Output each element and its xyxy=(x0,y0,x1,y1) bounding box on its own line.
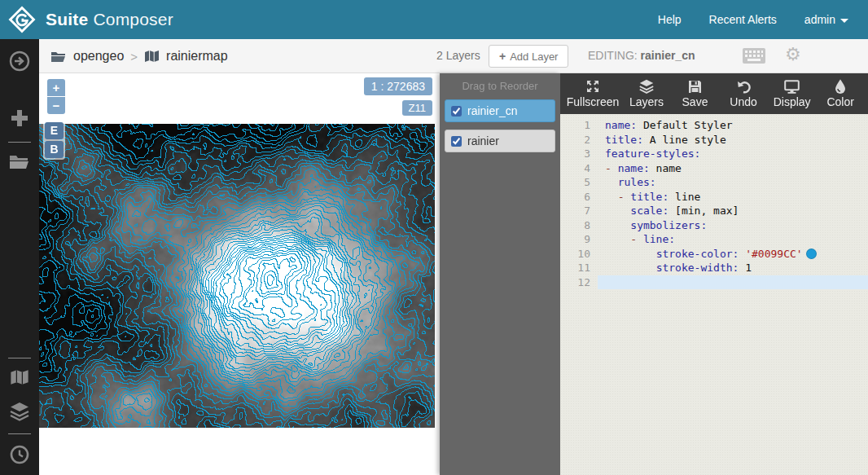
boundless-logo-icon[interactable] xyxy=(8,6,36,33)
line-number: 3 xyxy=(560,147,590,161)
editor-code[interactable]: name: Default Stylertitle: A line stylef… xyxy=(598,118,868,475)
admin-menu-label: admin xyxy=(804,13,835,26)
code-line[interactable]: stroke-color: '#0099CC' xyxy=(598,247,868,262)
breadcrumb-map[interactable]: rainiermap xyxy=(166,49,228,64)
layers-label: Layers xyxy=(629,95,664,108)
map-panel: + − 1 : 272683 Z11 E B xyxy=(39,73,440,475)
sidebar-divider xyxy=(8,142,31,143)
breadcrumb-separator: > xyxy=(130,50,138,64)
add-layer-label: Add Layer xyxy=(510,51,558,63)
layer-item[interactable]: rainier_cn xyxy=(445,99,555,122)
go-arrow-icon[interactable] xyxy=(0,49,39,73)
drag-to-reorder-label: Drag to Reorder xyxy=(440,73,560,99)
code-line[interactable]: - line: xyxy=(598,232,868,247)
line-number: 8 xyxy=(560,218,590,233)
layer-visibility-checkbox[interactable] xyxy=(451,106,462,117)
sidebar-divider xyxy=(8,433,31,434)
display-monitor-icon xyxy=(784,80,800,94)
edit-mode-button[interactable]: E xyxy=(45,122,64,139)
fullscreen-label: Fullscreen xyxy=(567,95,620,108)
sidebar-divider xyxy=(8,358,31,358)
recent-alerts-link[interactable]: Recent Alerts xyxy=(709,13,777,26)
map-icon xyxy=(144,50,160,63)
color-label: Color xyxy=(826,95,853,108)
left-sidebar xyxy=(0,39,39,475)
undo-button[interactable]: Undo xyxy=(722,80,765,108)
app-title-light: Composer xyxy=(93,10,173,29)
admin-menu[interactable]: admin xyxy=(804,13,848,26)
layer-name: rainier xyxy=(467,134,499,147)
editor-gutter: 123456789101112 xyxy=(560,118,598,475)
save-icon xyxy=(688,80,702,94)
app-header: Suite Composer Help Recent Alerts admin xyxy=(0,0,868,39)
breadcrumb-workspace[interactable]: opengeo xyxy=(73,49,124,64)
header-nav: Help Recent Alerts admin xyxy=(658,13,848,26)
layer-visibility-checkbox[interactable] xyxy=(451,136,462,147)
line-number: 12 xyxy=(560,275,590,290)
maps-nav-icon[interactable] xyxy=(0,365,39,389)
line-number: 1 xyxy=(560,118,590,133)
code-line[interactable] xyxy=(598,275,868,290)
style-panel: Fullscreen Layers Save xyxy=(560,73,868,475)
yaml-style-editor[interactable]: 123456789101112 name: Default Stylertitl… xyxy=(560,114,868,475)
code-line[interactable]: stroke-width: 1 xyxy=(598,261,868,275)
code-line[interactable]: - name: name xyxy=(598,161,868,176)
style-toolbar: Fullscreen Layers Save xyxy=(560,73,868,114)
layer-item[interactable]: rainier xyxy=(445,130,555,152)
folder-icon xyxy=(50,50,67,63)
app-title: Suite Composer xyxy=(46,10,173,29)
save-button[interactable]: Save xyxy=(674,80,717,108)
code-line[interactable]: scale: [min, max] xyxy=(598,204,868,218)
save-label: Save xyxy=(682,95,708,108)
fullscreen-icon xyxy=(585,79,600,94)
history-clock-icon[interactable] xyxy=(0,442,39,467)
add-plus-icon[interactable] xyxy=(0,106,39,130)
line-number: 2 xyxy=(560,133,590,147)
line-number: 10 xyxy=(560,247,590,262)
code-line[interactable]: title: A line style xyxy=(598,133,868,147)
map-canvas[interactable] xyxy=(39,124,435,428)
code-line[interactable]: name: Default Styler xyxy=(598,118,868,133)
code-line[interactable]: feature-styles: xyxy=(598,147,868,161)
display-button[interactable]: Display xyxy=(771,80,813,108)
settings-gear-icon[interactable]: ⚙ xyxy=(785,46,801,64)
suite-composer-app: Suite Composer Help Recent Alerts admin … xyxy=(0,0,868,475)
line-number: 6 xyxy=(560,190,590,205)
undo-icon xyxy=(736,80,751,94)
zoom-in-button[interactable]: + xyxy=(47,79,65,96)
chevron-down-icon xyxy=(840,19,848,23)
line-number: 7 xyxy=(560,204,590,218)
color-droplet-icon xyxy=(835,79,846,94)
line-number: 9 xyxy=(560,232,590,247)
layer-name: rainier_cn xyxy=(467,104,517,117)
open-folder-icon[interactable] xyxy=(0,149,39,174)
layers-panel: Drag to Reorder rainier_cnrainier xyxy=(440,73,560,475)
line-number: 11 xyxy=(560,261,590,275)
layers-nav-icon[interactable] xyxy=(0,399,39,424)
zoom-level-badge: Z11 xyxy=(402,100,432,116)
editing-value: rainier_cn xyxy=(641,49,695,62)
keyboard-icon[interactable] xyxy=(743,48,765,64)
zoom-out-button[interactable]: − xyxy=(47,97,65,114)
stroke-color-swatch[interactable] xyxy=(806,248,817,259)
code-line[interactable]: - title: line xyxy=(598,190,868,205)
app-title-bold: Suite xyxy=(46,10,88,29)
layers-count: 2 Layers xyxy=(436,49,480,62)
code-line[interactable]: symbolizers: xyxy=(598,218,868,233)
help-link[interactable]: Help xyxy=(658,13,682,26)
layers-icon xyxy=(638,79,655,94)
layers-button[interactable]: Layers xyxy=(625,79,668,108)
fullscreen-button[interactable]: Fullscreen xyxy=(567,79,620,108)
line-number: 5 xyxy=(560,175,590,190)
code-line[interactable]: rules: xyxy=(598,175,868,190)
basemap-button[interactable]: B xyxy=(45,141,64,158)
map-toolbar: opengeo > rainiermap 2 Layers + Add Laye… xyxy=(39,39,868,73)
scale-display: 1 : 272683 xyxy=(364,77,432,95)
undo-label: Undo xyxy=(730,95,756,108)
add-layer-button[interactable]: + Add Layer xyxy=(489,45,568,68)
display-label: Display xyxy=(774,95,811,108)
breadcrumb: opengeo > rainiermap xyxy=(50,39,228,73)
color-button[interactable]: Color xyxy=(819,79,861,108)
plus-icon: + xyxy=(499,50,506,63)
layer-list: rainier_cnrainier xyxy=(440,99,560,152)
